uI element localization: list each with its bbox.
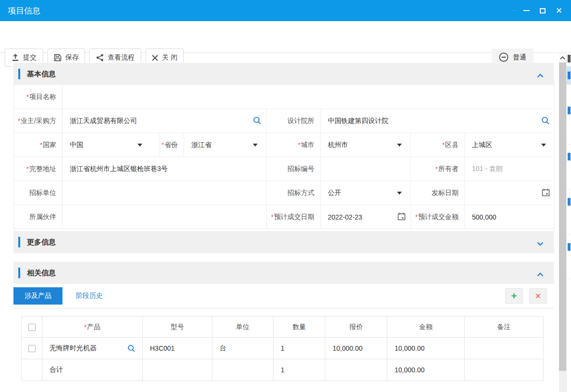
col-qty: 数量 — [273, 317, 325, 338]
project-name-label: *项目名称 — [14, 85, 62, 109]
col-unit: 单位 — [212, 317, 273, 338]
section-more-info[interactable]: 更多信息 — [13, 231, 554, 253]
model-cell: H3C001 — [143, 338, 212, 359]
x-icon: ✕ — [535, 292, 541, 301]
section-basic-title: 基本信息 — [27, 70, 56, 79]
city-select[interactable]: 杭州市 — [320, 133, 410, 157]
save-icon — [54, 54, 62, 61]
qty-cell[interactable]: 1 — [273, 338, 325, 359]
chevron-up-icon — [560, 56, 565, 60]
maximize-icon — [540, 8, 546, 13]
province-select[interactable]: 浙江省 — [184, 133, 266, 157]
clipped-side-panel — [566, 53, 571, 392]
select-all-checkbox[interactable] — [28, 324, 36, 331]
partner-field[interactable] — [62, 205, 266, 229]
district-label: *区县 — [410, 133, 464, 157]
toolbar: 提交 保存 查看流程 关 闭 普通 — [0, 21, 571, 53]
section-accent-bar — [18, 268, 20, 278]
chevron-down-icon — [397, 144, 402, 147]
row-checkbox[interactable] — [28, 345, 36, 352]
vertical-scrollbar[interactable] — [559, 53, 566, 392]
bidding-method-select[interactable]: 公开 — [320, 181, 410, 205]
close-window-button[interactable]: ✕ — [555, 6, 563, 15]
upload-icon — [12, 54, 19, 61]
chevron-down-icon — [253, 144, 258, 147]
owner-purchaser-field[interactable]: 浙江天成贸易有限公司 — [62, 109, 266, 133]
chevron-down-icon — [541, 144, 546, 147]
col-amount: 金额 — [387, 317, 465, 338]
total-amount: 10,000.00 — [387, 359, 465, 381]
design-institute-label: 设计院所 — [266, 109, 320, 133]
scrollbar-thumb[interactable] — [559, 62, 566, 371]
chevron-down-icon — [137, 144, 142, 147]
country-label: *国家 — [14, 133, 62, 157]
country-select[interactable]: 中国 — [62, 133, 160, 157]
owner-purchaser-label: *业主/采购方 — [14, 109, 62, 133]
remark-cell[interactable] — [465, 338, 544, 359]
expected-amount-field[interactable]: 500,000 — [464, 205, 555, 229]
scroll-up-button[interactable] — [559, 53, 566, 62]
district-select[interactable]: 上城区 — [464, 133, 555, 157]
total-label: 合计 — [42, 359, 143, 381]
table-row: 无悔牌时光机器 H3C001 台 1 10,000.00 10,000.00 — [22, 338, 544, 359]
save-label: 保存 — [65, 53, 79, 62]
col-product: *产品 — [42, 317, 143, 338]
partner-label: 所属伙伴 — [14, 205, 62, 229]
bidding-unit-label: 招标单位 — [14, 181, 62, 205]
tab-stage-history[interactable]: 阶段历史 — [69, 287, 110, 305]
section-basic-info[interactable]: 基本信息 — [13, 63, 554, 85]
maximize-button[interactable] — [538, 6, 547, 15]
project-form-panel: 基本信息 *项目名称 *业主/采购方 浙江天成贸易有限公司 设计院所 中国铁建第… — [13, 63, 554, 381]
add-row-button[interactable]: + — [505, 288, 523, 304]
minimize-icon — [523, 10, 530, 11]
bidding-unit-field[interactable] — [62, 181, 266, 205]
mode-label: 普通 — [513, 53, 526, 62]
expected-close-date-label: *预计成交日期 — [266, 205, 320, 229]
close-label: 关 闭 — [162, 53, 177, 62]
issue-date-label: 发标日期 — [410, 181, 464, 205]
owner-field: 101 - 袁朗 — [464, 157, 555, 181]
table-header-row: *产品 型号 单位 数量 报价 金额 备注 — [22, 317, 544, 338]
delete-row-button[interactable]: ✕ — [529, 288, 547, 304]
basic-info-grid: *项目名称 *业主/采购方 浙江天成贸易有限公司 设计院所 中国铁建第四设计院 … — [13, 85, 554, 229]
bidding-method-label: 招标方式 — [266, 181, 320, 205]
search-icon[interactable] — [541, 116, 550, 126]
product-cell[interactable]: 无悔牌时光机器 — [42, 338, 143, 359]
dialog-titlebar: 项目信息 ✕ — [0, 0, 571, 21]
province-label: *省份 — [160, 133, 184, 157]
project-name-field[interactable] — [62, 85, 555, 109]
products-table: *产品 型号 单位 数量 报价 金额 备注 无悔牌时光机器 H3C001 台 1… — [21, 316, 544, 381]
tab-involved-products[interactable]: 涉及产品 — [13, 287, 62, 305]
calendar-icon[interactable] — [542, 188, 550, 198]
submit-label: 提交 — [23, 53, 37, 62]
expected-close-date-field[interactable]: 2022-02-23 — [320, 205, 410, 229]
unit-cell: 台 — [212, 338, 273, 359]
share-icon — [96, 54, 104, 61]
amount-cell: 10,000.00 — [387, 338, 465, 359]
full-address-label: *完整地址 — [14, 157, 62, 181]
section-accent-bar — [18, 69, 20, 79]
section-related-info[interactable]: 相关信息 — [13, 262, 554, 284]
plus-icon: + — [511, 290, 517, 302]
bid-number-field[interactable] — [320, 157, 410, 181]
issue-date-field[interactable] — [464, 181, 555, 205]
search-icon[interactable] — [253, 116, 261, 126]
chevron-up-icon[interactable] — [537, 71, 544, 80]
view-flow-label: 查看流程 — [108, 53, 135, 62]
select-all-cell — [22, 317, 42, 338]
chevron-up-icon[interactable] — [537, 270, 544, 279]
minus-circle-icon — [499, 52, 509, 63]
calendar-icon[interactable] — [397, 212, 406, 222]
quote-cell[interactable]: 10,000.00 — [325, 338, 387, 359]
col-quote: 报价 — [325, 317, 387, 338]
search-icon[interactable] — [127, 344, 136, 354]
full-address-field[interactable]: 浙江省杭州市上城区银枪班巷3号 — [62, 157, 266, 181]
clipped-text-fragment — [568, 107, 571, 114]
total-qty: 1 — [273, 359, 325, 381]
chevron-down-icon[interactable] — [537, 239, 544, 248]
related-tabs: 涉及产品 阶段历史 + ✕ — [13, 287, 554, 308]
owner-label: *所有者 — [410, 157, 464, 181]
table-footer-row: 合计 1 10,000.00 — [22, 359, 544, 381]
design-institute-field[interactable]: 中国铁建第四设计院 — [320, 109, 555, 133]
minimize-button[interactable] — [522, 6, 531, 15]
